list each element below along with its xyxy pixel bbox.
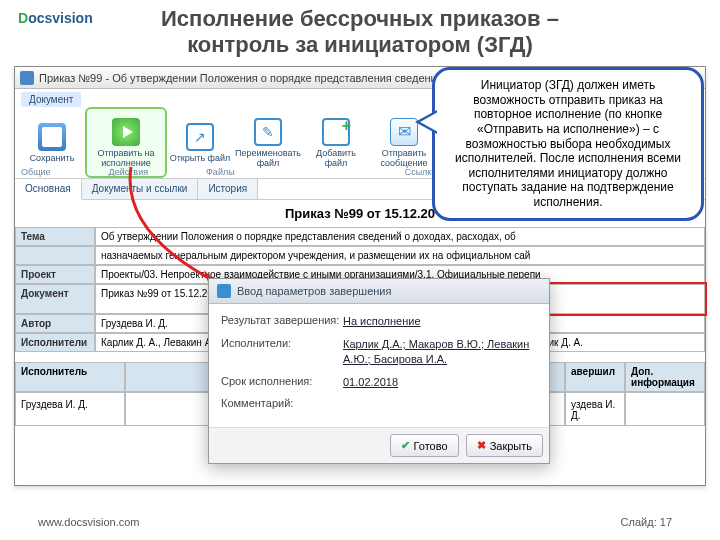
comment-value[interactable] (343, 397, 537, 409)
close-icon: ✖ (477, 439, 486, 452)
col-completed: авершил (565, 362, 625, 392)
field-author-label: Автор (15, 314, 95, 333)
tab-main[interactable]: Основная (15, 179, 82, 200)
ribbon-category-tab[interactable]: Документ (21, 92, 81, 107)
comment-label: Комментарий: (221, 397, 343, 409)
field-theme-value2[interactable]: назначаемых генеральным директором учреж… (95, 246, 705, 265)
result-value[interactable]: На исполнение (343, 314, 537, 329)
play-icon (112, 118, 140, 146)
tab-history[interactable]: История (198, 179, 258, 199)
result-label: Результат завершения: (221, 314, 343, 329)
deadline-value[interactable]: 01.02.2018 (343, 375, 537, 390)
done-button[interactable]: ✔Готово (390, 434, 459, 457)
envelope-icon (390, 118, 418, 146)
completion-parameters-dialog: Ввод параметров завершения Результат зав… (208, 278, 550, 464)
ribbon-group-labels: Общие Действия Файлы Ссылки (21, 167, 494, 177)
rename-file-button[interactable]: Переименовать файл (235, 109, 301, 176)
table-row[interactable]: Груздева И. Д. (15, 392, 125, 426)
field-theme-value[interactable]: Об утверждении Положения о порядке предс… (95, 227, 705, 246)
close-button[interactable]: ✖Закрыть (466, 434, 543, 457)
field-document-label: Документ (15, 284, 95, 314)
open-file-icon (186, 123, 214, 151)
executors-label: Исполнители: (221, 337, 343, 367)
field-theme-label: Тема (15, 227, 95, 246)
open-file-button[interactable]: Открыть файл (167, 109, 233, 176)
col-executor: Исполнитель (15, 362, 125, 392)
slide-title: Исполнение бессрочных приказов – контрол… (0, 6, 720, 59)
dialog-titlebar[interactable]: Ввод параметров завершения (209, 279, 549, 304)
add-file-button[interactable]: Добавить файл (303, 109, 369, 176)
footer-slide-number: Слайд: 17 (621, 516, 672, 528)
save-icon (38, 123, 66, 151)
send-to-execution-button[interactable]: Отправить на исполнение (87, 109, 165, 176)
field-project-label: Проект (15, 265, 95, 284)
window-icon (20, 71, 34, 85)
check-icon: ✔ (401, 439, 410, 452)
col-extra-info: Доп. информация (625, 362, 705, 392)
annotation-callout: Инициатор (ЗГД) должен иметь возможность… (432, 67, 704, 221)
add-file-icon (322, 118, 350, 146)
tab-documents-links[interactable]: Документы и ссылки (82, 179, 199, 199)
field-executors-label: Исполнители (15, 333, 95, 352)
executors-value[interactable]: Карлик Д.А.; Макаров В.Ю.; Левакин А.Ю.;… (343, 337, 537, 367)
deadline-label: Срок исполнения: (221, 375, 343, 390)
rename-icon (254, 118, 282, 146)
save-button[interactable]: Сохранить (19, 109, 85, 176)
footer-url: www.docsvision.com (38, 516, 139, 528)
